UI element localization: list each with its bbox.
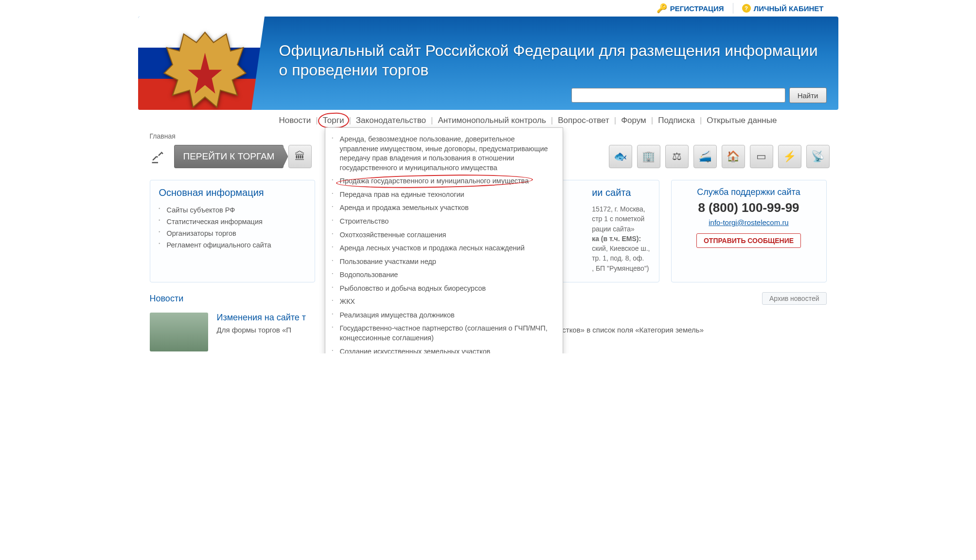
dropdown-item-label: Рыболовство и добыча водных биоресурсов [340,284,486,292]
dropdown-item[interactable]: Аренда и продажа земельных участков [325,201,563,215]
dropdown-item-label: Аренда, безвозмездное пользование, довер… [340,135,548,172]
dropdown-item[interactable]: Водопользование [325,268,563,282]
go-to-auctions-button[interactable]: ПЕРЕЙТИ К ТОРГАМ [174,145,284,168]
header-banner: Официальный сайт Российской Федерации дл… [138,17,838,110]
antenna-icon: 📡 [811,150,824,163]
support-card: Служба поддержки сайта 8 (800) 100-99-99… [671,180,827,282]
nav-separator: | [551,116,553,125]
dropdown-item-label: ЖКХ [340,298,355,305]
info-link[interactable]: Организаторы торгов [159,228,306,239]
nav-separator: | [431,116,433,125]
dropdown-item-label: Передача прав на единые технологии [340,191,464,198]
dropdown-item[interactable]: Государственно-частное партнерство (согл… [325,322,563,345]
top-bar: 🔑 РЕГИСТРАЦИЯ ? ЛИЧНЫЙ КАБИНЕТ [138,0,838,17]
support-phone: 8 (800) 100-99-99 [680,200,817,215]
registration-link[interactable]: 🔑 РЕГИСТРАЦИЯ [657,3,724,14]
nav-opendata[interactable]: Открытые данные [707,116,777,125]
news-archive-button[interactable]: Архив новостей [762,292,827,305]
support-title: Служба поддержки сайта [680,187,817,197]
cat-fish-button[interactable]: 🐟 [609,145,632,168]
news-heading: Новости [150,294,184,304]
nav-news[interactable]: Новости [279,116,311,125]
dropdown-item-label: Реализация имущества должников [340,311,455,319]
info-link[interactable]: Сайты субъектов РФ [159,204,306,216]
address-line: тр. 1, под. 8, оф. [592,253,650,263]
dropdown-item[interactable]: Передача прав на единые технологии [325,188,563,202]
address-line: рации сайта» [592,224,650,234]
dropdown-item-label: Охотхозяйственные соглашения [340,231,446,239]
dropdown-item[interactable]: Реализация имущества должников [325,309,563,322]
info-link[interactable]: Регламент официального сайта [159,239,306,251]
cat-billboard-button[interactable]: ▭ [750,145,773,168]
gavel-icon [147,145,169,168]
power-icon: ⚡ [783,150,796,163]
nav-legislation[interactable]: Законодательство [356,116,426,125]
news-thumbnail [150,313,208,351]
nav-separator: | [700,116,702,125]
house-water-icon: 🏠 [727,150,740,163]
send-message-button[interactable]: ОТПРАВИТЬ СООБЩЕНИЕ [696,233,801,248]
news-text-prefix: Для формы торгов «П [217,326,292,334]
support-email[interactable]: info-torgi@rostelecom.ru [709,218,788,227]
address-line: , БП "Румянцево") [592,263,650,273]
lock-icon: ? [742,4,751,13]
dropdown-item-label: Создание искусственных земельных участко… [340,348,491,354]
account-link[interactable]: ? ЛИЧНЫЙ КАБИНЕТ [742,4,824,13]
nav-separator: | [614,116,616,125]
cat-building-button[interactable]: 🏢 [637,145,660,168]
nav-separator: | [316,116,318,125]
search-button[interactable]: Найти [789,88,827,103]
cat-power-button[interactable]: ⚡ [778,145,801,168]
nav-qa[interactable]: Вопрос-ответ [558,116,609,125]
address-line: стр 1 с пометкой [592,214,650,224]
cat-train-button[interactable]: 🚄 [693,145,717,168]
account-label: ЛИЧНЫЙ КАБИНЕТ [754,4,824,13]
dropdown-item[interactable]: Пользование участками недр [325,255,563,269]
auctions-dropdown: Аренда, безвозмездное пользование, довер… [325,127,563,353]
nav-subscribe[interactable]: Подписка [658,116,695,125]
building-icon: 🏢 [642,150,655,163]
dropdown-item[interactable]: Аренда лесных участков и продажа лесных … [325,242,563,255]
nav-separator: | [349,116,351,125]
nav-forum[interactable]: Форум [621,116,646,125]
info-link[interactable]: Статистическая информация [159,216,306,228]
dropdown-item-label: Аренда и продажа земельных участков [340,204,469,211]
contact-title-suffix: ии сайта [592,187,650,198]
dropdown-item-label: Продажа государственного и муниципальног… [340,176,529,186]
dropdown-item[interactable]: Аренда, безвозмездное пользование, довер… [325,133,563,175]
main-info-title: Основная информация [159,187,306,198]
key-icon: 🔑 [657,3,667,14]
coat-of-arms-icon [162,27,248,110]
search-input[interactable] [571,88,785,103]
site-title: Официальный сайт Российской Федерации дл… [279,41,824,80]
dropdown-item-label: Пользование участками недр [340,258,436,265]
nav-separator: | [651,116,653,125]
cat-scales-button[interactable]: ⚖ [665,145,689,168]
dropdown-item[interactable]: Продажа государственного и муниципальног… [325,175,563,188]
dropdown-item-label: Строительство [340,217,389,225]
topbar-separator [733,3,733,14]
dropdown-item-label: Государственно-частное партнерство (согл… [340,324,548,342]
scales-icon: ⚖ [672,150,682,163]
search-bar: Найти [571,88,827,103]
main-info-card: Основная информация Сайты субъектов РФ С… [150,180,315,282]
dropdown-item[interactable]: Строительство [325,215,563,228]
address-line: ский, Киевское ш., [592,244,650,253]
dropdown-item[interactable]: Создание искусственных земельных участко… [325,345,563,354]
dropdown-item[interactable]: Охотхозяйственные соглашения [325,228,563,242]
bank-icon: 🏛 [295,150,305,163]
address-line: ка (в т.ч. EMS): [592,234,650,244]
billboard-icon: ▭ [756,150,766,163]
nav-auctions[interactable]: Торги [323,116,344,125]
registration-label: РЕГИСТРАЦИЯ [670,4,724,13]
dropdown-item[interactable]: Рыболовство и добыча водных биоресурсов [325,282,563,296]
train-icon: 🚄 [698,150,711,163]
cat-antenna-button[interactable]: 📡 [806,145,830,168]
fish-icon: 🐟 [614,150,627,163]
cat-bank-button[interactable]: 🏛 [288,145,312,168]
cat-house-water-button[interactable]: 🏠 [722,145,745,168]
address-line: 15172, г. Москва, [592,204,650,214]
dropdown-item-label: Аренда лесных участков и продажа лесных … [340,244,525,252]
nav-antimonopoly[interactable]: Антимонопольный контроль [438,116,546,125]
dropdown-item[interactable]: ЖКХ [325,295,563,309]
